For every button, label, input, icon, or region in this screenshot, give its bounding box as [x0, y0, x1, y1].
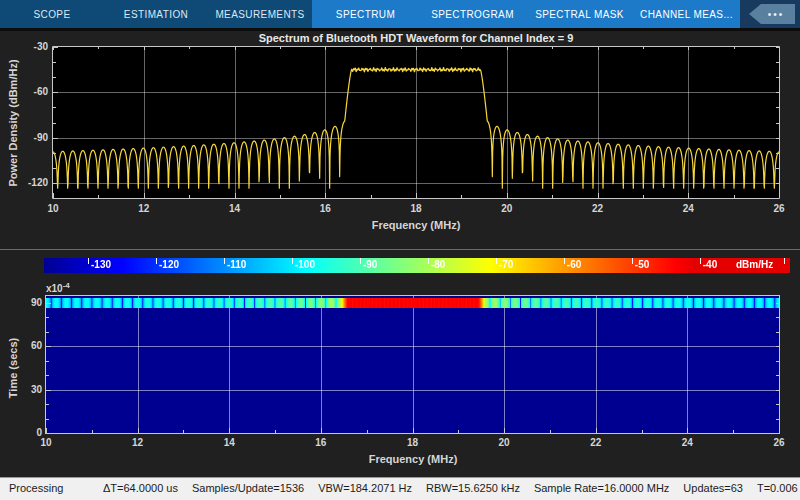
time-axis-multiplier: x10-4 — [46, 281, 70, 294]
spectrum-analyzer-window: SCOPEESTIMATIONMEASUREMENTS SPECTRUMSPEC… — [0, 0, 800, 500]
x-tick-label: 14 — [229, 203, 240, 214]
x-tick-label: 12 — [132, 437, 143, 448]
y-tick-label: -60 — [18, 86, 48, 97]
x-tick-label: 12 — [138, 203, 149, 214]
x-tick-label: 20 — [499, 437, 510, 448]
x-tick-label: 22 — [592, 203, 603, 214]
spectrum-yaxis-label: Power Density (dBm/Hz) — [7, 59, 19, 186]
tab-measurements[interactable]: MEASUREMENTS — [208, 0, 312, 28]
x-tick-label: 26 — [773, 437, 784, 448]
toolstrip-tabbar: SCOPEESTIMATIONMEASUREMENTS SPECTRUMSPEC… — [0, 0, 800, 28]
status-item: RBW=15.6250 kHz — [426, 482, 520, 494]
spectrogram-xaxis-label: Frequency (MHz) — [369, 453, 458, 465]
panel-divider — [0, 249, 800, 250]
spectrum-xaxis-label: Frequency (MHz) — [372, 219, 461, 231]
status-bar: Processing ΔT=64.0000 usSamples/Update=1… — [0, 477, 800, 500]
status-item: T=0.006 — [757, 482, 798, 494]
x-tick-label: 14 — [224, 437, 235, 448]
y-tick-label: -30 — [18, 41, 48, 52]
tab-group-contextual: SPECTRUMSPECTROGRAMSPECTRAL MASKCHANNEL … — [312, 0, 740, 28]
x-tick-label: 18 — [407, 437, 418, 448]
x-tick-label: 24 — [682, 437, 693, 448]
spectrogram-yaxis-label: Time (secs) — [7, 338, 19, 398]
spectrogram-colorbar[interactable] — [44, 258, 790, 273]
x-tick-label: 20 — [501, 203, 512, 214]
x-tick-label: 16 — [315, 437, 326, 448]
toolstrip-overflow-button[interactable]: ••• — [749, 4, 795, 24]
status-item: VBW=184.2071 Hz — [318, 482, 412, 494]
status-item: Sample Rate=16.0000 MHz — [534, 482, 669, 494]
tabbar-shadow — [0, 28, 800, 31]
x-tick-label: 10 — [47, 203, 58, 214]
status-item: Samples/Update=1536 — [192, 482, 304, 494]
status-items: ΔT=64.0000 usSamples/Update=1536VBW=184.… — [103, 482, 800, 494]
status-item: ΔT=64.0000 us — [103, 482, 178, 494]
y-tick-label: 90 — [12, 297, 42, 308]
y-tick-label: 0 — [12, 427, 42, 438]
x-tick-label: 26 — [773, 203, 784, 214]
spectrogram-plot[interactable] — [45, 295, 780, 434]
status-item: Updates=63 — [683, 482, 743, 494]
tab-estimation[interactable]: ESTIMATION — [104, 0, 208, 28]
spectrum-plot[interactable] — [52, 46, 780, 199]
tab-spectrum[interactable]: SPECTRUM — [312, 0, 419, 28]
y-tick-label: -120 — [18, 177, 48, 188]
tab-scope[interactable]: SCOPE — [0, 0, 104, 28]
tab-spectrogram[interactable]: SPECTROGRAM — [419, 0, 526, 28]
x-tick-label: 24 — [683, 203, 694, 214]
tab-channel-meas[interactable]: CHANNEL MEAS... — [633, 0, 740, 28]
status-state: Processing — [9, 482, 63, 494]
x-tick-label: 16 — [320, 203, 331, 214]
tabbar-spacer: ••• — [740, 0, 800, 28]
spectrum-title: Spectrum of Bluetooth HDT Waveform for C… — [53, 32, 779, 44]
y-tick-label: -90 — [18, 132, 48, 143]
tab-spectral-mask[interactable]: SPECTRAL MASK — [526, 0, 633, 28]
x-tick-label: 22 — [590, 437, 601, 448]
x-tick-label: 18 — [410, 203, 421, 214]
x-tick-label: 10 — [40, 437, 51, 448]
tab-group-main: SCOPEESTIMATIONMEASUREMENTS — [0, 0, 312, 28]
